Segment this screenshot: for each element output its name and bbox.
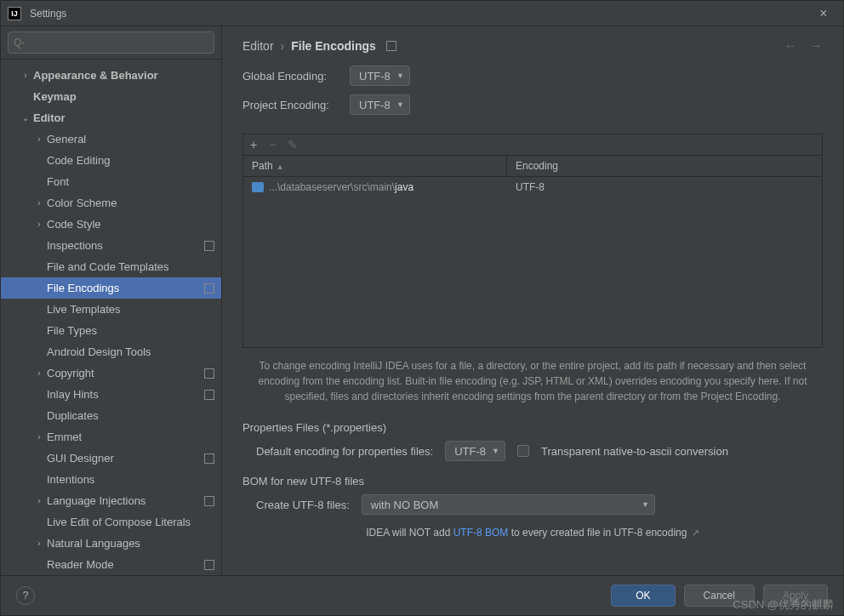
sidebar-item-editor[interactable]: ⌄Editor xyxy=(1,107,221,128)
scope-badge-icon xyxy=(204,241,214,251)
sidebar-item-color-scheme[interactable]: ›Color Scheme xyxy=(1,192,221,214)
chevron-icon: › xyxy=(33,496,45,505)
sidebar-item-duplicates[interactable]: Duplicates xyxy=(1,405,221,426)
breadcrumb-current: File Encodings xyxy=(291,39,376,53)
chevron-icon: › xyxy=(33,134,45,144)
sidebar-item-label: Font xyxy=(47,175,214,188)
apply-button[interactable]: Apply xyxy=(763,585,828,607)
folder-icon xyxy=(252,182,264,192)
sidebar-item-file-encodings[interactable]: File Encodings xyxy=(1,277,221,299)
search-input[interactable] xyxy=(8,31,214,54)
sidebar-item-general[interactable]: ›General xyxy=(1,128,221,150)
sidebar-item-intentions[interactable]: Intentions xyxy=(1,469,221,490)
chevron-icon: ⌄ xyxy=(20,113,31,123)
utf8-bom-link[interactable]: UTF-8 BOM xyxy=(453,527,509,539)
sidebar-item-keymap[interactable]: Keymap xyxy=(1,86,221,107)
chevron-icon: › xyxy=(20,71,31,80)
sidebar-item-inspections[interactable]: Inspections xyxy=(1,235,221,256)
default-props-encoding-combo[interactable]: UTF-8▼ xyxy=(445,441,505,461)
sidebar-item-code-editing[interactable]: Code Editing xyxy=(1,150,221,171)
properties-section-label: Properties Files (*.properties) xyxy=(222,416,843,441)
caret-down-icon: ▼ xyxy=(492,447,499,455)
sidebar-item-label: Color Scheme xyxy=(47,197,214,209)
row-encoding-cell: UTF-8 xyxy=(507,181,553,193)
external-link-icon: ↗ xyxy=(692,528,699,538)
settings-tree[interactable]: ›Appearance & BehaviorKeymap⌄Editor›Gene… xyxy=(1,60,221,575)
sidebar-item-label: Keymap xyxy=(33,90,214,103)
ok-button[interactable]: OK xyxy=(611,585,675,607)
chevron-icon: › xyxy=(33,432,45,442)
scope-badge-icon xyxy=(204,560,214,570)
sidebar-item-label: Appearance & Behavior xyxy=(33,69,214,82)
sidebar-item-font[interactable]: Font xyxy=(1,171,221,192)
encoding-hint: To change encoding IntelliJ IDEA uses fo… xyxy=(222,348,843,416)
column-path-header[interactable]: Path▲ xyxy=(243,156,507,176)
cancel-button[interactable]: Cancel xyxy=(684,585,755,607)
transparent-n2a-label: Transparent native-to-ascii conversion xyxy=(541,445,728,458)
sidebar-item-label: GUI Designer xyxy=(47,452,201,465)
sidebar-item-label: Duplicates xyxy=(47,409,214,422)
sidebar-item-label: File Encodings xyxy=(47,282,201,294)
sidebar-item-file-and-code-templates[interactable]: File and Code Templates xyxy=(1,256,221,277)
back-icon[interactable]: ← xyxy=(784,38,797,54)
edit-icon[interactable]: ✎ xyxy=(288,138,298,151)
app-icon: IJ xyxy=(8,7,21,20)
sidebar-item-inlay-hints[interactable]: Inlay Hints xyxy=(1,384,221,405)
remove-icon[interactable]: − xyxy=(269,138,276,151)
chevron-icon: › xyxy=(33,198,45,208)
caret-down-icon: ▼ xyxy=(396,100,404,109)
sidebar-item-language-injections[interactable]: ›Language Injections xyxy=(1,490,221,511)
sidebar-item-copyright[interactable]: ›Copyright xyxy=(1,362,221,384)
global-encoding-combo[interactable]: UTF-8▼ xyxy=(350,66,410,86)
forward-icon[interactable]: → xyxy=(809,38,823,54)
sidebar-item-file-types[interactable]: File Types xyxy=(1,320,221,341)
sidebar-item-label: File Types xyxy=(47,324,214,337)
sidebar-item-code-style[interactable]: ›Code Style xyxy=(1,214,221,235)
sidebar-item-label: Editor xyxy=(33,111,214,124)
default-props-encoding-label: Default encoding for properties files: xyxy=(256,445,433,458)
sidebar-item-label: Live Edit of Compose Literals xyxy=(47,516,214,528)
help-button[interactable]: ? xyxy=(16,586,35,605)
chevron-icon: › xyxy=(33,539,45,548)
sidebar-item-label: Copyright xyxy=(47,367,201,379)
scope-badge-icon xyxy=(204,453,214,464)
dialog-footer: ? OK Cancel Apply xyxy=(1,575,843,615)
sidebar-item-label: File and Code Templates xyxy=(47,260,214,273)
sidebar-item-label: Code Style xyxy=(47,218,214,231)
scope-badge-icon xyxy=(204,496,214,506)
window-title: Settings xyxy=(30,8,811,20)
sidebar-item-emmet[interactable]: ›Emmet xyxy=(1,426,221,448)
sidebar-item-appearance-behavior[interactable]: ›Appearance & Behavior xyxy=(1,65,221,86)
sidebar-item-label: Inlay Hints xyxy=(47,388,201,401)
sidebar-item-label: General xyxy=(47,133,214,145)
scope-badge-icon xyxy=(204,368,214,379)
sort-asc-icon: ▲ xyxy=(277,163,284,171)
caret-down-icon: ▼ xyxy=(396,71,404,80)
project-encoding-label: Project Encoding: xyxy=(242,99,350,111)
settings-window: IJ Settings × ›Appearance & BehaviorKeym… xyxy=(0,0,844,616)
breadcrumb-parent: Editor xyxy=(242,39,274,53)
sidebar-item-live-edit-of-compose-literals[interactable]: Live Edit of Compose Literals xyxy=(1,511,221,533)
sidebar-item-natural-languages[interactable]: ›Natural Languages xyxy=(1,533,221,554)
add-icon[interactable]: + xyxy=(250,138,257,151)
sidebar-item-gui-designer[interactable]: GUI Designer xyxy=(1,448,221,469)
create-utf8-combo[interactable]: with NO BOM▼ xyxy=(362,494,655,515)
scope-badge-icon xyxy=(204,283,214,294)
titlebar: IJ Settings × xyxy=(1,1,843,26)
bom-hint: IDEA will NOT add UTF-8 BOM to every cre… xyxy=(222,523,843,547)
transparent-n2a-checkbox[interactable] xyxy=(517,445,529,457)
sidebar-item-label: Reader Mode xyxy=(47,558,201,571)
sidebar-item-android-design-tools[interactable]: Android Design Tools xyxy=(1,341,221,362)
project-encoding-combo[interactable]: UTF-8▼ xyxy=(350,94,410,115)
column-encoding-header[interactable]: Encoding xyxy=(507,156,567,176)
sidebar-item-live-templates[interactable]: Live Templates xyxy=(1,299,221,320)
bom-section-label: BOM for new UTF-8 files xyxy=(222,470,843,494)
main-panel: Editor › File Encodings ← → Global Encod… xyxy=(222,26,843,575)
sidebar-item-reader-mode[interactable]: Reader Mode xyxy=(1,554,221,575)
table-row[interactable]: ...\databaseserver\src\main\java UTF-8 xyxy=(243,177,822,197)
close-icon[interactable]: × xyxy=(811,6,836,21)
sidebar-item-label: Emmet xyxy=(47,431,214,443)
scope-badge-icon xyxy=(204,390,214,400)
sidebar-item-label: Intentions xyxy=(47,473,214,486)
create-utf8-label: Create UTF-8 files: xyxy=(256,499,350,511)
